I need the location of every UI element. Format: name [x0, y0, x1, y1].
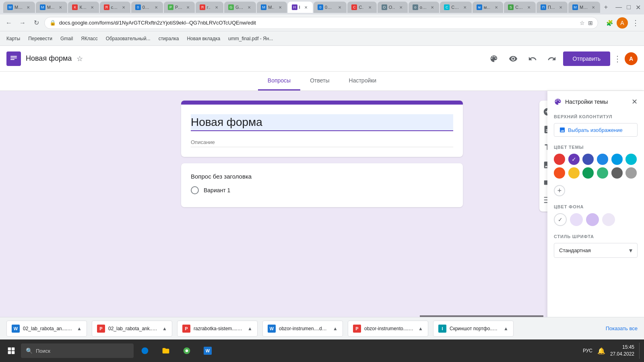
- download-chevron-icon[interactable]: ▲: [77, 326, 82, 331]
- theme-color-0[interactable]: [554, 154, 565, 165]
- tab-close-icon[interactable]: ✕: [303, 4, 309, 10]
- download-chevron-icon[interactable]: ▲: [333, 326, 338, 331]
- tab-close-icon[interactable]: ✕: [398, 4, 404, 10]
- new-tab-button[interactable]: +: [601, 2, 611, 12]
- browser-menu-button[interactable]: ⋮: [630, 17, 641, 29]
- browser-tab-t8[interactable]: GGoog✕: [224, 2, 256, 13]
- download-chevron-icon[interactable]: ▲: [248, 326, 252, 331]
- taskbar-search[interactable]: 🔍 Поиск: [21, 343, 134, 358]
- theme-color-11[interactable]: [625, 167, 637, 179]
- favorite-icon[interactable]: ☆: [76, 54, 83, 63]
- minimize-button[interactable]: —: [615, 4, 622, 11]
- font-select[interactable]: Стандартная ▾: [554, 243, 638, 258]
- user-avatar[interactable]: A: [625, 52, 638, 65]
- tab-close-icon[interactable]: ✕: [367, 4, 373, 10]
- browser-tab-t13[interactable]: ООБЗ✕: [378, 2, 408, 13]
- tab-close-icon[interactable]: ✕: [58, 4, 63, 10]
- download-item[interactable]: IСкриншот портфо....png▲: [433, 321, 514, 337]
- undo-button[interactable]: [524, 51, 541, 67]
- browser-tab-t1[interactable]: MМесс✕: [3, 2, 35, 13]
- theme-panel-close-button[interactable]: ✕: [632, 97, 638, 106]
- bookmark-item[interactable]: ЯКласс: [78, 34, 101, 43]
- browser-tab-t18[interactable]: ППочт✕: [537, 2, 568, 13]
- send-button[interactable]: Отправить: [563, 51, 610, 66]
- reload-button[interactable]: ↻: [31, 17, 42, 29]
- theme-color-5[interactable]: [625, 154, 637, 165]
- bookmark-item[interactable]: Карты: [3, 34, 23, 43]
- bookmark-item[interactable]: Gmail: [57, 34, 76, 43]
- form-tab-ответы[interactable]: Ответы: [300, 71, 339, 90]
- show-all-downloads-button[interactable]: Показать все: [606, 325, 638, 331]
- palette-button[interactable]: [486, 51, 502, 67]
- bookmark-item[interactable]: Образовательный...: [103, 34, 154, 43]
- download-chevron-icon[interactable]: ▲: [418, 326, 423, 331]
- theme-color-10[interactable]: [611, 167, 623, 179]
- tab-close-icon[interactable]: ✕: [89, 4, 95, 10]
- taskbar-show-desktop[interactable]: [639, 343, 641, 359]
- browser-tab-t19[interactable]: ММарс✕: [568, 2, 600, 13]
- bg-color-1[interactable]: [570, 213, 583, 226]
- bookmark-item[interactable]: Перевести: [25, 34, 56, 43]
- choose-image-button[interactable]: Выбрать изображение: [554, 123, 638, 137]
- theme-color-3[interactable]: [597, 154, 608, 165]
- download-chevron-icon[interactable]: ▲: [504, 326, 508, 331]
- tab-close-icon[interactable]: ✕: [337, 4, 343, 10]
- browser-tab-t12[interactable]: ССка✕: [347, 2, 376, 13]
- tab-close-icon[interactable]: ✕: [185, 4, 191, 10]
- taskbar-chrome[interactable]: [177, 343, 196, 359]
- browser-tab-t2[interactable]: MМесс✕: [36, 2, 68, 13]
- add-custom-color-button[interactable]: +: [554, 185, 565, 196]
- tab-close-icon[interactable]: ✕: [429, 4, 435, 10]
- bookmark-item[interactable]: Новая вкладка: [184, 34, 223, 43]
- more-options-button[interactable]: ⋮: [613, 54, 621, 64]
- browser-tab-t4[interactable]: Ясерв✕: [100, 2, 130, 13]
- tab-close-icon[interactable]: ✕: [590, 4, 596, 10]
- extensions-button[interactable]: 🧩: [604, 17, 615, 29]
- bg-color-0[interactable]: ✓: [554, 213, 567, 226]
- tab-close-icon[interactable]: ✕: [121, 4, 126, 10]
- address-bar[interactable]: 🔒 docs.google.com/forms/d/1NyArGTCRxftn2…: [44, 17, 598, 29]
- bookmark-star-icon[interactable]: ☆: [580, 20, 585, 26]
- radio-circle[interactable]: [191, 186, 199, 194]
- taskbar-notification-icon[interactable]: 🔔: [597, 347, 605, 355]
- download-chevron-icon[interactable]: ▲: [162, 326, 167, 331]
- browser-tab-t6[interactable]: РРазр✕: [164, 2, 195, 13]
- form-tab-настройки[interactable]: Настройки: [339, 71, 386, 90]
- download-item[interactable]: Prazrabotka-sistem....pdf▲: [177, 321, 258, 337]
- download-item[interactable]: Pobzor-instrumento....pdf▲: [348, 321, 428, 337]
- browser-tab-t14[interactable]: оobzo✕: [409, 2, 439, 13]
- form-title-input[interactable]: [191, 114, 453, 131]
- forward-button[interactable]: →: [17, 17, 28, 29]
- tab-close-icon[interactable]: ✕: [153, 4, 159, 10]
- taskbar-time[interactable]: 15:45 27.04.2022: [610, 344, 634, 358]
- close-button[interactable]: ✕: [636, 4, 641, 11]
- theme-color-4[interactable]: [611, 154, 623, 165]
- tab-close-icon[interactable]: ✕: [214, 4, 219, 10]
- browser-tab-t7[interactable]: Ягул✕: [196, 2, 223, 13]
- tab-close-icon[interactable]: ✕: [462, 4, 468, 10]
- theme-color-2[interactable]: [582, 154, 594, 165]
- bg-color-3[interactable]: [602, 213, 615, 226]
- redo-button[interactable]: [544, 51, 560, 67]
- bg-color-2[interactable]: [586, 213, 599, 226]
- tab-close-icon[interactable]: ✕: [246, 4, 252, 10]
- bookmark-item[interactable]: umm_final.pdf - Ян...: [225, 34, 276, 43]
- tab-close-icon[interactable]: ✕: [277, 4, 283, 10]
- browser-tab-t9[interactable]: ММой✕: [257, 2, 287, 13]
- tab-close-icon[interactable]: ✕: [25, 4, 31, 10]
- browser-tune-icon[interactable]: ⊞: [588, 20, 593, 26]
- tab-close-icon[interactable]: ✕: [493, 4, 499, 10]
- preview-button[interactable]: [505, 51, 521, 67]
- tab-close-icon[interactable]: ✕: [526, 4, 532, 10]
- bookmark-item[interactable]: стиралка: [155, 34, 182, 43]
- profile-button[interactable]: A: [617, 17, 628, 29]
- maximize-button[interactable]: □: [627, 4, 631, 11]
- download-item[interactable]: Wobzor-instrumen....docx▲: [262, 321, 343, 337]
- taskbar-explorer[interactable]: [156, 343, 175, 359]
- theme-color-6[interactable]: [554, 167, 565, 179]
- browser-tab-t17[interactable]: SСбор✕: [504, 2, 536, 13]
- download-item[interactable]: P02_lab_rabota_ank....pdf▲: [92, 321, 172, 337]
- form-tab-вопросы[interactable]: Вопросы: [258, 71, 300, 90]
- taskbar-edge[interactable]: [135, 343, 155, 359]
- form-description-input[interactable]: [191, 138, 453, 147]
